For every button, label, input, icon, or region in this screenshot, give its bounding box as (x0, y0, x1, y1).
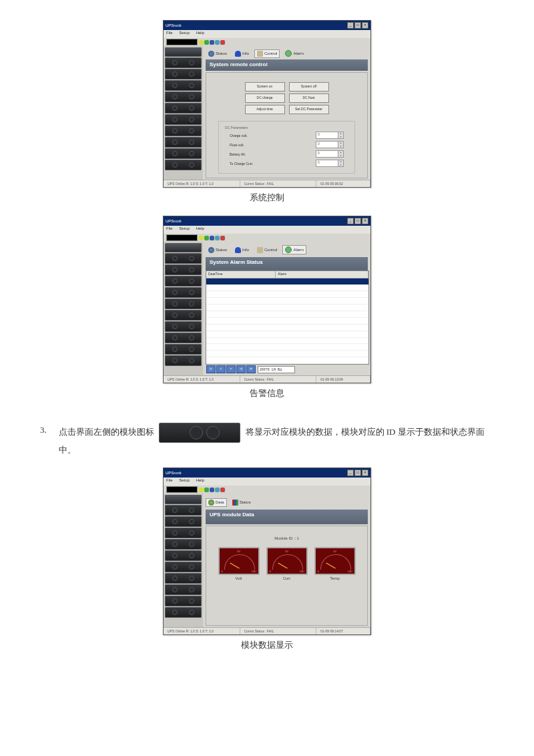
table-row[interactable] (206, 305, 368, 311)
module-icon[interactable] (165, 287, 202, 298)
tab-info[interactable]: Info (232, 49, 252, 58)
maximize-icon[interactable]: □ (354, 469, 361, 476)
tool-icon[interactable] (215, 40, 220, 45)
module-icon[interactable] (165, 584, 202, 595)
menu-setup[interactable]: Setup (179, 478, 190, 482)
close-icon[interactable]: × (362, 22, 368, 29)
tool-icon[interactable] (215, 236, 220, 240)
menu-file[interactable]: File (166, 226, 173, 230)
tool-icon[interactable] (220, 40, 225, 45)
minimize-icon[interactable]: _ (347, 22, 354, 29)
tool-icon[interactable] (220, 488, 225, 492)
date-picker[interactable]: 2007年 1月 8日 (258, 366, 295, 373)
module-icon[interactable] (165, 253, 202, 264)
table-row[interactable] (206, 311, 368, 318)
table-row[interactable] (206, 351, 368, 357)
adjust-time-button[interactable]: Adjust time (245, 105, 285, 114)
tool-icon[interactable] (210, 40, 214, 45)
tab-control[interactable]: Control (254, 246, 280, 254)
charge-curr-spinner[interactable]: 0▲▼ (316, 160, 344, 167)
module-icon[interactable] (165, 137, 202, 148)
tool-icon[interactable] (210, 488, 214, 492)
float-volt-spinner[interactable]: 0▲▼ (316, 141, 344, 148)
device-dropdown[interactable] (166, 234, 198, 241)
module-icon[interactable] (165, 573, 202, 584)
rack-header[interactable] (165, 47, 202, 57)
column-alarm[interactable]: Alarm (276, 271, 368, 278)
tool-icon[interactable] (204, 488, 209, 492)
page-first-button[interactable]: |< (206, 365, 216, 373)
module-icon[interactable] (165, 126, 202, 136)
tool-icon[interactable] (210, 236, 214, 240)
rack-header[interactable] (165, 243, 202, 252)
maximize-icon[interactable]: □ (354, 218, 361, 224)
menu-file[interactable]: File (166, 31, 173, 35)
module-icon[interactable] (165, 276, 202, 287)
dc-float-button[interactable]: DC float (289, 93, 329, 103)
tab-alarm[interactable]: Alarm (282, 49, 306, 58)
tab-status[interactable]: Status (206, 246, 230, 254)
table-row[interactable] (206, 344, 368, 351)
tab-status[interactable]: Status (230, 498, 254, 507)
table-row[interactable] (206, 325, 368, 331)
module-icon[interactable] (165, 114, 202, 125)
tab-alarm[interactable]: Alarm (282, 245, 306, 254)
maximize-icon[interactable]: □ (354, 22, 361, 29)
module-icon[interactable] (165, 69, 202, 79)
device-dropdown[interactable] (166, 39, 198, 45)
column-datetime[interactable]: DateTime (206, 271, 276, 278)
minimize-icon[interactable]: _ (347, 469, 354, 476)
table-row[interactable] (206, 338, 368, 345)
tool-icon[interactable] (215, 488, 220, 492)
module-icon[interactable] (165, 160, 202, 170)
tool-icon[interactable] (220, 236, 225, 240)
menu-help[interactable]: Help (196, 226, 204, 230)
module-icon[interactable] (165, 321, 202, 332)
system-off-button[interactable]: System off (289, 82, 329, 91)
menu-setup[interactable]: Setup (179, 226, 190, 230)
module-icon[interactable] (165, 355, 202, 366)
tab-data[interactable]: Data (206, 498, 227, 507)
module-icon[interactable] (165, 562, 202, 572)
dc-charge-button[interactable]: DC charge (245, 93, 285, 103)
set-dc-button[interactable]: Set DC Parameter (289, 105, 329, 114)
table-row[interactable] (206, 298, 368, 305)
menu-setup[interactable]: Setup (179, 31, 190, 35)
table-row[interactable] (206, 331, 368, 338)
menu-help[interactable]: Help (196, 478, 204, 482)
table-row[interactable] (206, 285, 368, 291)
tool-icon[interactable] (199, 236, 204, 240)
close-icon[interactable]: × (362, 469, 368, 476)
module-icon[interactable] (165, 264, 202, 275)
page-next-button[interactable]: > (226, 365, 236, 373)
rack-header[interactable] (165, 495, 202, 504)
table-row[interactable] (206, 357, 368, 364)
tab-info[interactable]: Info (232, 246, 252, 254)
tab-control[interactable]: Control (254, 49, 280, 58)
module-icon[interactable] (165, 505, 202, 516)
module-icon[interactable] (165, 333, 202, 343)
tool-icon[interactable] (204, 40, 209, 45)
module-icon[interactable] (165, 57, 202, 68)
menu-help[interactable]: Help (196, 31, 204, 35)
module-icon[interactable] (165, 550, 202, 561)
tool-icon[interactable] (204, 236, 209, 240)
selected-row[interactable] (206, 278, 368, 285)
tab-status[interactable]: Status (206, 49, 230, 58)
system-on-button[interactable]: System on (245, 82, 285, 91)
tool-icon[interactable] (199, 40, 204, 45)
minimize-icon[interactable]: _ (347, 218, 354, 224)
module-icon[interactable] (165, 539, 202, 550)
table-row[interactable] (206, 291, 368, 298)
page-prev-button[interactable]: < (216, 365, 226, 373)
close-icon[interactable]: × (362, 218, 368, 224)
module-icon[interactable] (165, 91, 202, 102)
module-icon[interactable] (165, 344, 202, 355)
charge-volt-spinner[interactable]: 0▲▼ (316, 132, 344, 139)
module-icon[interactable] (165, 607, 202, 618)
page-refresh-button[interactable]: ⟳ (246, 365, 256, 373)
menu-file[interactable]: File (166, 478, 173, 482)
module-icon[interactable] (165, 596, 202, 606)
battery-ah-spinner[interactable]: 0▲▼ (316, 150, 344, 158)
page-last-button[interactable]: >| (236, 365, 246, 373)
